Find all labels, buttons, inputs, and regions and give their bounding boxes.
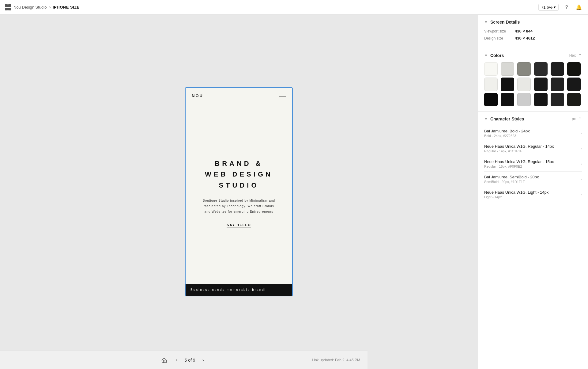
viewport-row: Viewport size 430 × 844 [484, 29, 582, 33]
zoom-level: 71.6% [541, 5, 552, 10]
topbar: Nou Design Studio > IPHONE SIZE 71.6% ▾ … [0, 0, 588, 15]
char-style-name-2: Neue Haas Unica W1G, Regular - 15px [484, 159, 581, 164]
char-style-arrow-3: › [581, 177, 582, 181]
color-swatch-1[interactable] [501, 62, 514, 76]
breadcrumb-separator: > [48, 5, 51, 10]
colors-header: ▼ Colors Hex ⌃ [484, 53, 582, 58]
notification-button[interactable]: 🔔 [575, 3, 583, 12]
char-style-name-3: Bai Jamjuree, SemiBold - 20px [484, 175, 581, 179]
next-button[interactable]: › [199, 356, 208, 364]
home-button[interactable] [160, 356, 168, 364]
phone-hero: BRAND & WEB DESIGN STUDIO Boutique Studi… [186, 101, 292, 284]
color-swatch-17[interactable] [567, 93, 581, 106]
color-swatch-6[interactable] [484, 78, 498, 91]
char-style-detail-2: Regular - 15px, #F0F0E2 [484, 165, 581, 168]
char-style-arrow-1: › [581, 146, 582, 151]
char-style-detail-1: Regular - 14px, #1C1F1F [484, 149, 581, 153]
color-swatch-0[interactable] [484, 62, 498, 76]
char-style-info-1: Neue Haas Unica W1G, Regular - 14px Regu… [484, 144, 581, 153]
colors-grid [484, 62, 582, 106]
char-styles-expand-icon[interactable]: ⌃ [578, 116, 582, 121]
char-style-info-4: Neue Haas Unica W1G, Light - 14px Light … [484, 190, 581, 199]
prev-button[interactable]: ‹ [172, 356, 181, 364]
design-value: 430 × 4612 [515, 36, 535, 40]
screen-details-chevron[interactable]: ▼ [484, 20, 488, 24]
breadcrumb: Nou Design Studio > IPHONE SIZE [13, 5, 80, 10]
grid-icon[interactable] [5, 4, 11, 10]
char-style-info-2: Neue Haas Unica W1G, Regular - 15px Regu… [484, 159, 581, 168]
viewport-value: 430 × 844 [515, 29, 533, 33]
color-swatch-2[interactable] [517, 62, 531, 76]
color-swatch-12[interactable] [484, 93, 498, 106]
phone-frame: NOU BRAND & WEB DESIGN STUDIO Boutique S… [185, 87, 293, 296]
char-style-info-3: Bai Jamjuree, SemiBold - 20px SemiBold -… [484, 175, 581, 184]
char-style-item-3[interactable]: Bai Jamjuree, SemiBold - 20px SemiBold -… [484, 172, 582, 187]
char-style-item-0[interactable]: Bai Jamjuree, Bold - 24px Bold - 24px, #… [484, 126, 582, 141]
pagination-text: 5 of 9 [184, 358, 195, 363]
hero-line3: STUDIO [205, 180, 273, 191]
color-swatch-4[interactable] [551, 62, 564, 76]
screen-details-header: ▼ Screen Details [484, 20, 582, 25]
phone-footer: Business needs memorable brandi [186, 284, 292, 296]
zoom-selector[interactable]: 71.6% ▾ [538, 4, 559, 11]
color-swatch-9[interactable] [534, 78, 548, 91]
hero-line2: WEB DESIGN [205, 169, 273, 180]
color-swatch-14[interactable] [517, 93, 531, 106]
char-style-item-1[interactable]: Neue Haas Unica W1G, Regular - 14px Regu… [484, 141, 582, 156]
char-style-name-0: Bai Jamjuree, Bold - 24px [484, 129, 581, 133]
screen-details-title: Screen Details [490, 20, 582, 25]
char-styles-header: ▼ Character Styles px ⌃ [484, 116, 582, 121]
char-style-item-4[interactable]: Neue Haas Unica W1G, Light - 14px Light … [484, 187, 582, 202]
phone-logo: NOU [192, 93, 203, 98]
screen-details-section: ▼ Screen Details Viewport size 430 × 844… [478, 15, 588, 48]
hero-subtitle: Boutique Studio inspired by Minimalism a… [202, 198, 276, 215]
char-style-detail-3: SemiBold - 20px, #1D1F1F [484, 180, 581, 184]
bottom-bar: ‹ 5 of 9 › Link updated: Feb 2, 4:45 PM [0, 351, 368, 369]
colors-chevron[interactable]: ▼ [484, 53, 488, 58]
hamburger-menu[interactable] [279, 95, 286, 97]
link-updated: Link updated: Feb 2, 4:45 PM [312, 358, 360, 362]
char-style-arrow-2: › [581, 162, 582, 166]
color-swatch-5[interactable] [567, 62, 581, 76]
studio-name: Nou Design Studio [13, 5, 47, 10]
char-style-name-1: Neue Haas Unica W1G, Regular - 14px [484, 144, 581, 149]
char-style-arrow-0: › [581, 131, 582, 135]
design-label: Design size [484, 36, 515, 40]
color-swatch-7[interactable] [501, 78, 514, 91]
color-swatch-16[interactable] [551, 93, 564, 106]
main-layout: NOU BRAND & WEB DESIGN STUDIO Boutique S… [0, 15, 588, 369]
bottom-bar-inner: ‹ 5 of 9 › Link updated: Feb 2, 4:45 PM [7, 356, 360, 364]
char-styles-title: Character Styles [490, 116, 569, 121]
color-swatch-15[interactable] [534, 93, 548, 106]
char-style-detail-4: Light - 14px [484, 195, 581, 199]
pagination: ‹ 5 of 9 › [160, 356, 207, 364]
page-name: IPHONE SIZE [53, 5, 80, 10]
question-icon: ? [565, 5, 568, 10]
colors-section: ▼ Colors Hex ⌃ [478, 48, 588, 112]
help-button[interactable]: ? [562, 3, 571, 12]
viewport-label: Viewport size [484, 29, 515, 33]
color-swatch-10[interactable] [551, 78, 564, 91]
colors-expand-icon[interactable]: ⌃ [578, 53, 582, 58]
topbar-right: 71.6% ▾ ? 🔔 [538, 3, 583, 12]
color-swatch-3[interactable] [534, 62, 548, 76]
right-panel: ▼ Screen Details Viewport size 430 × 844… [478, 15, 588, 369]
bell-icon: 🔔 [576, 4, 582, 10]
hero-cta: SAY HELLO [227, 223, 251, 227]
design-row: Design size 430 × 4612 [484, 36, 582, 40]
color-swatch-8[interactable] [517, 78, 531, 91]
char-style-name-4: Neue Haas Unica W1G, Light - 14px [484, 190, 581, 195]
char-styles-list: Bai Jamjuree, Bold - 24px Bold - 24px, #… [484, 126, 582, 202]
topbar-left: Nou Design Studio > IPHONE SIZE [5, 4, 538, 10]
char-style-info-0: Bai Jamjuree, Bold - 24px Bold - 24px, #… [484, 129, 581, 138]
char-style-item-2[interactable]: Neue Haas Unica W1G, Regular - 15px Regu… [484, 156, 582, 172]
phone-nav: NOU [186, 88, 292, 101]
chevron-down-icon: ▾ [554, 5, 556, 10]
colors-tag: Hex [569, 53, 576, 58]
hero-title: BRAND & WEB DESIGN STUDIO [205, 158, 273, 191]
char-styles-chevron[interactable]: ▼ [484, 117, 488, 121]
canvas-area: NOU BRAND & WEB DESIGN STUDIO Boutique S… [0, 15, 478, 369]
color-swatch-11[interactable] [567, 78, 581, 91]
hero-line1: BRAND & [205, 158, 273, 169]
color-swatch-13[interactable] [501, 93, 514, 106]
